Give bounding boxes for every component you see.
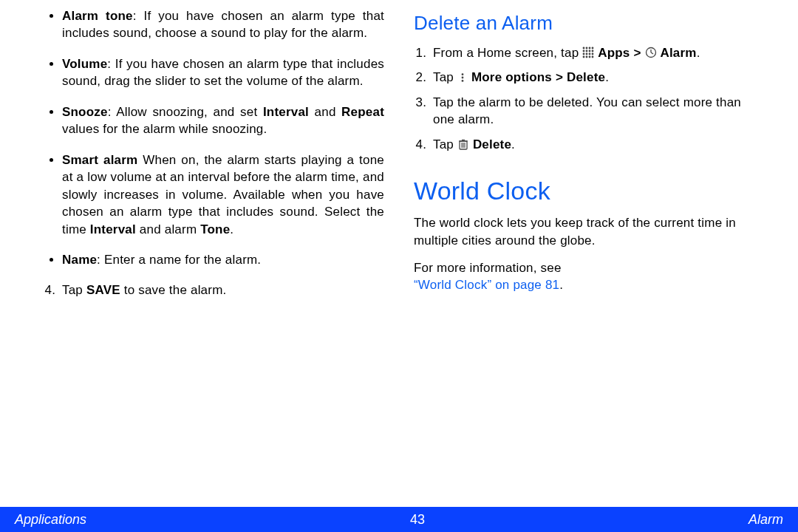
world-clock-link[interactable]: “World Clock” on page 81 (414, 278, 559, 292)
term: Alarm tone (62, 9, 133, 23)
delete-label: Delete (473, 137, 511, 151)
manual-page: Alarm tone: If you have chosen an alarm … (0, 0, 798, 532)
delete-step-4: Tap Delete. (430, 136, 755, 153)
gt: > (630, 46, 645, 60)
svg-point-3 (592, 47, 594, 49)
svg-point-1 (586, 47, 588, 49)
svg-point-12 (583, 55, 585, 58)
svg-point-5 (586, 50, 588, 52)
t: . (230, 222, 233, 236)
two-column-layout: Alarm tone: If you have chosen an alarm … (0, 0, 798, 314)
svg-point-7 (592, 50, 594, 52)
world-clock-more-info: For more information, see “World Clock” … (414, 259, 755, 294)
svg-point-13 (586, 55, 588, 58)
t: Tap the alarm to be deleted. You can sel… (433, 95, 741, 126)
desc: : Enter a name for the alarm. (97, 253, 261, 267)
term: Snooze (62, 105, 108, 119)
t: Tap (62, 283, 86, 297)
heading-delete-alarm: Delete an Alarm (414, 10, 755, 37)
bullet-smart-alarm: Smart alarm When on, the alarm starts pl… (62, 151, 384, 238)
t: and alarm (136, 222, 200, 236)
svg-point-2 (589, 47, 591, 49)
delete-alarm-steps: From a Home screen, tap Apps > (414, 44, 755, 153)
t: Tap (433, 70, 457, 84)
bullet-alarm-tone: Alarm tone: If you have chosen an alarm … (62, 7, 384, 42)
mid2: Repeat (341, 105, 384, 119)
svg-line-18 (651, 52, 653, 54)
svg-point-21 (462, 80, 464, 82)
svg-point-9 (586, 52, 588, 55)
delete-step-2: Tap More options > Delete. (430, 69, 755, 86)
world-clock-desc: The world clock lets you keep track of t… (414, 214, 755, 249)
desc: : If you have chosen an alarm type that … (62, 57, 384, 88)
t: . (697, 46, 700, 60)
mid2: Tone (200, 222, 230, 236)
svg-point-10 (589, 52, 591, 55)
step-save: Tap SAVE to save the alarm. (59, 282, 384, 299)
delete-step-3: Tap the alarm to be deleted. You can sel… (430, 94, 755, 129)
svg-point-19 (462, 74, 464, 76)
svg-point-0 (583, 47, 585, 49)
footer-page-number: 43 (410, 512, 425, 528)
left-step4-list: Tap SAVE to save the alarm. (43, 282, 384, 299)
svg-point-8 (583, 52, 585, 55)
more-options-label: More options > Delete (471, 70, 605, 84)
svg-point-11 (592, 52, 594, 55)
apps-grid-icon (582, 47, 594, 58)
svg-point-4 (583, 50, 585, 52)
footer-left: Applications (15, 512, 86, 528)
alarm-clock-icon (645, 47, 657, 58)
t: : Allow snoozing, and set (108, 105, 263, 119)
t: and (309, 105, 341, 119)
t: For more information, see (414, 261, 562, 275)
t: . (511, 137, 515, 151)
mid1: Interval (90, 222, 136, 236)
right-column: Delete an Alarm From a Home screen, tap … (399, 0, 770, 314)
footer-right: Alarm (748, 512, 783, 528)
bullet-volume: Volume: If you have chosen an alarm type… (62, 55, 384, 90)
bullet-name: Name: Enter a name for the alarm. (62, 251, 384, 268)
apps-label: Apps (598, 46, 630, 60)
heading-world-clock: World Clock (414, 174, 755, 208)
save-label: SAVE (86, 283, 120, 297)
term: Volume (62, 57, 107, 71)
term: Name (62, 253, 97, 267)
svg-point-15 (592, 55, 594, 58)
bullet-snooze: Snooze: Allow snoozing, and set Interval… (62, 103, 384, 138)
svg-point-6 (589, 50, 591, 52)
svg-point-14 (589, 55, 591, 58)
alarm-options-list: Alarm tone: If you have chosen an alarm … (43, 7, 384, 268)
t: . (605, 70, 609, 84)
t: values for the alarm while snoozing. (62, 122, 267, 136)
trash-icon (457, 138, 469, 150)
t: . (559, 278, 563, 292)
svg-point-20 (462, 77, 464, 79)
mid1: Interval (263, 105, 309, 119)
t: to save the alarm. (120, 283, 227, 297)
term: Smart alarm (62, 153, 137, 167)
page-footer: Applications 43 Alarm (0, 507, 798, 532)
delete-step-1: From a Home screen, tap Apps > (430, 44, 755, 61)
t: Tap (433, 137, 457, 151)
left-column: Alarm tone: If you have chosen an alarm … (28, 0, 399, 314)
t: From a Home screen, tap (433, 46, 582, 60)
alarm-label: Alarm (660, 46, 696, 60)
more-options-icon (457, 72, 468, 83)
